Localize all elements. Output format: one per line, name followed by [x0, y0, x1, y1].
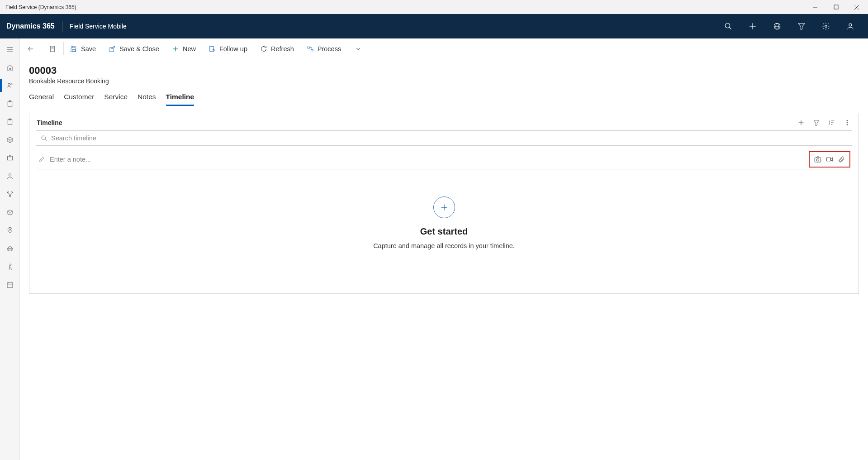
timeline-search[interactable] [36, 130, 852, 146]
svg-point-27 [9, 229, 10, 230]
svg-point-29 [8, 250, 9, 251]
timeline-more-button[interactable] [843, 119, 851, 127]
cube-icon [6, 136, 14, 144]
save-close-button[interactable]: Save & Close [102, 38, 166, 59]
timeline-add-button[interactable] [797, 119, 805, 127]
person-icon [6, 172, 14, 180]
svg-line-5 [729, 27, 731, 29]
user-button[interactable] [838, 14, 863, 38]
tab-service[interactable]: Service [104, 93, 128, 106]
record-header: 00003 Bookable Resource Booking [20, 59, 868, 86]
process-button[interactable]: Process [300, 38, 347, 59]
tab-customer[interactable]: Customer [64, 93, 94, 106]
svg-point-12 [849, 24, 852, 26]
close-button[interactable] [846, 0, 867, 14]
command-bar: Save Save & Close New Follow up Refresh … [20, 38, 868, 59]
svg-rect-58 [826, 158, 830, 161]
svg-line-55 [45, 139, 47, 141]
running-icon [6, 263, 14, 270]
user-icon [846, 22, 854, 30]
sidebar-calendar[interactable] [0, 276, 19, 294]
pencil-icon [38, 156, 45, 163]
sidebar-bookings[interactable] [0, 77, 19, 95]
tab-timeline[interactable]: Timeline [166, 93, 194, 106]
quick-create-button[interactable] [740, 14, 765, 38]
form-selector[interactable] [42, 38, 63, 59]
search-icon [41, 135, 47, 142]
sitemap-toggle[interactable] [0, 40, 19, 58]
sidebar-home[interactable] [0, 58, 19, 77]
filter-icon [797, 22, 806, 30]
empty-state-add-button[interactable] [433, 196, 455, 218]
attachment-toolbar [809, 151, 850, 168]
tab-notes[interactable]: Notes [138, 93, 156, 106]
window-titlebar: Field Service (Dynamics 365) [0, 0, 868, 14]
sidebar-timeoff[interactable] [0, 258, 19, 276]
pin-icon [6, 227, 14, 234]
search-button[interactable] [716, 14, 740, 38]
save-close-icon [109, 45, 116, 53]
sort-icon [828, 119, 835, 126]
search-icon [724, 22, 732, 30]
tab-general[interactable]: General [29, 93, 54, 106]
home-icon [6, 64, 14, 71]
camera-icon [814, 155, 822, 163]
clipboard-icon [6, 118, 14, 125]
refresh-label: Refresh [271, 45, 294, 53]
more-vertical-icon [844, 119, 851, 126]
empty-state-title: Get started [420, 226, 468, 237]
timeline-filter-button[interactable] [812, 119, 821, 127]
sidebar-vehicle[interactable] [0, 240, 19, 258]
branch-icon [6, 191, 14, 198]
video-button[interactable] [825, 155, 834, 164]
maximize-button[interactable] [825, 0, 846, 14]
sidebar-inventory[interactable] [0, 203, 19, 221]
sidebar-workorders-2[interactable] [0, 113, 19, 131]
sidebar-products[interactable] [0, 131, 19, 149]
minimize-button[interactable] [805, 0, 825, 14]
brand-name[interactable]: Dynamics 365 [6, 22, 62, 30]
svg-point-52 [847, 122, 848, 123]
timeline-note-row [36, 149, 852, 169]
hamburger-icon [6, 46, 14, 53]
globe-button[interactable] [765, 14, 789, 38]
svg-point-4 [725, 23, 730, 28]
sidebar-connections[interactable] [0, 185, 19, 203]
sidebar-assets[interactable] [0, 149, 19, 167]
settings-button[interactable] [814, 14, 838, 38]
follow-up-label: Follow up [219, 45, 247, 53]
svg-point-16 [8, 83, 10, 86]
camera-button[interactable] [813, 155, 822, 164]
record-title: 00003 [29, 65, 859, 77]
sidebar-location[interactable] [0, 221, 19, 240]
refresh-icon [260, 45, 267, 53]
new-button[interactable]: New [166, 38, 202, 59]
refresh-button[interactable]: Refresh [254, 38, 300, 59]
timeline-search-input[interactable] [51, 134, 847, 142]
more-commands[interactable] [347, 38, 369, 59]
timeline-panel: Timeline [29, 113, 859, 294]
paperclip-icon [838, 156, 845, 163]
empty-state-subtitle: Capture and manage all records in your t… [373, 242, 515, 249]
svg-rect-43 [308, 47, 310, 48]
back-button[interactable] [20, 38, 42, 59]
sidebar-workorders[interactable] [0, 95, 19, 113]
svg-point-54 [42, 135, 46, 139]
timeline-note-input[interactable] [50, 156, 804, 163]
follow-up-button[interactable]: Follow up [202, 38, 254, 59]
sidebar-accounts[interactable] [0, 167, 19, 185]
window-controls [805, 0, 867, 14]
timeline-header: Timeline [36, 118, 852, 130]
app-name[interactable]: Field Service Mobile [70, 23, 127, 30]
side-rail [0, 38, 20, 460]
svg-point-23 [9, 174, 11, 176]
timeline-sort-button[interactable] [828, 119, 836, 127]
attach-button[interactable] [837, 155, 846, 164]
save-button[interactable]: Save [64, 38, 102, 59]
tab-strip: General Customer Service Notes Timeline [20, 86, 868, 106]
svg-point-11 [825, 25, 827, 28]
record-subtitle: Bookable Resource Booking [29, 77, 859, 85]
svg-point-25 [11, 192, 12, 193]
filter-button[interactable] [789, 14, 814, 38]
window-title: Field Service (Dynamics 365) [5, 4, 76, 10]
